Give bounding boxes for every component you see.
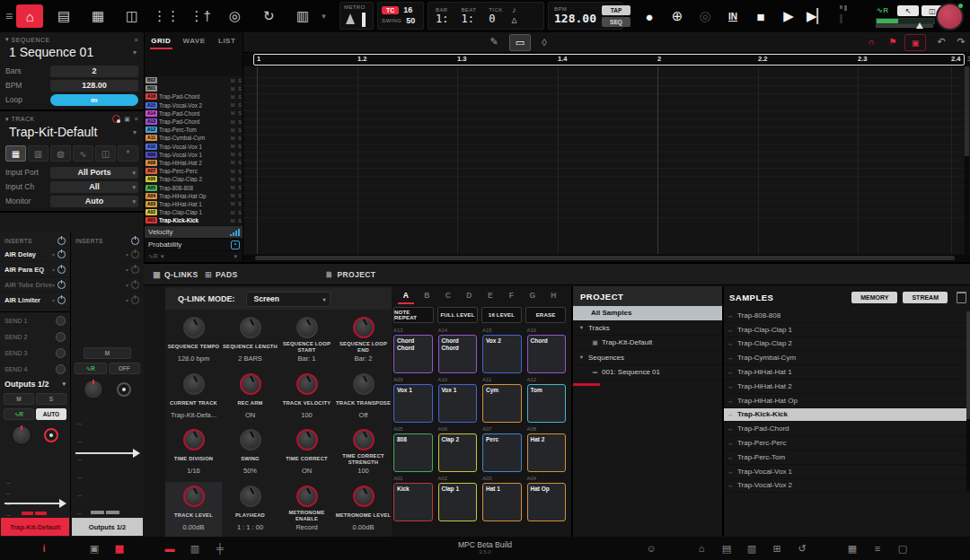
marquee-tool-icon[interactable]: ▭ [509,34,531,51]
track-row[interactable]: A16 Trap-Pad-Chord M S [145,92,243,101]
insert-slot[interactable]: AIR Para EQ ▾ [0,262,70,277]
track-row[interactable]: A11 Trap-Cymbal-Cym M S [145,134,243,142]
track-menu-icon[interactable]: ≡ [134,116,138,122]
trash-icon[interactable] [957,292,966,303]
qlink-knob[interactable] [296,429,318,451]
qlink-knob-cell[interactable]: TIME CORRECT ON [278,425,335,482]
track-row[interactable]: A09 Trap-Vocal-Vox 1 M S [145,151,243,159]
row-mute-button[interactable]: M [229,110,236,116]
sample-row[interactable]: ↔ Trap-Perc-Tom [724,451,970,465]
cycle-icon[interactable]: ↻ [255,4,282,28]
insert-slot[interactable]: AIR Delay ▾ [0,247,70,262]
keygroup-track-icon[interactable]: ▥ [28,145,48,162]
tempo-source-button[interactable]: SEQ [602,17,630,27]
drum-pad[interactable]: A15 Vox 2 [482,328,522,377]
sample-row[interactable]: ↔ Trap-Clap-Clap 2 [724,337,970,352]
drum-pad[interactable]: A02 Clap 1 [438,476,478,525]
input-ch-select[interactable]: All▾ [50,181,138,193]
drum-pad[interactable]: A04 Hat Op [527,476,567,525]
qlink-knob-cell[interactable]: TRACK VELOCITY 100 [278,370,335,426]
qlink-knob-cell[interactable]: TIME DIVISION 1/16 [165,425,222,482]
qlink-knob-cell[interactable]: REC ARM ON [222,370,278,426]
tc-button[interactable]: TC [382,6,399,14]
pad-mode-button[interactable]: ERASE [525,307,566,323]
pad-grid-icon[interactable]: ▦ [84,4,111,28]
row-mute-button[interactable]: M [229,152,236,157]
row-mute-button[interactable]: M [229,169,236,174]
qlink-knob-cell[interactable]: TIME CORRECT STRENGTH 100 [335,425,392,482]
punch-in-button[interactable]: IN [723,12,743,22]
qlink-mode-select[interactable]: Screen▾ [246,292,331,307]
row-mute-button[interactable]: M [229,144,236,149]
region-icon[interactable]: ▣ [904,34,926,51]
empty-insert-slot[interactable]: ▾ [71,293,144,308]
row-mute-button[interactable]: M [229,94,236,100]
image-icon[interactable]: ⊞ [771,543,783,555]
qlink-knob-cell[interactable]: TRACK TRANSPOSE Off [335,370,392,426]
drum-pad[interactable]: A05 808 [393,426,433,476]
velocity-lane[interactable]: Velocity [145,226,243,239]
track-name[interactable]: Trap-Kit-Default [9,125,97,139]
output-automation-button[interactable]: ∿R [75,363,107,374]
sample-row[interactable]: ↔ Trap-Perc-Perc [724,436,970,451]
drum-pad[interactable]: A03 Hat 1 [482,476,522,525]
grid-vertical-scrollbar[interactable] [965,66,969,254]
automation-button[interactable]: ∿R [4,408,34,420]
list-view-icon[interactable]: ≡ [871,543,884,554]
probability-lane[interactable]: Probability [145,239,243,251]
row-mute-button[interactable]: M [229,136,236,141]
lane-collapse-icon[interactable]: ▾ [234,253,237,260]
row-mute-button[interactable]: M [229,102,236,108]
qlink-knob[interactable] [296,317,318,338]
row-mute-button[interactable]: M [229,78,236,83]
empty-insert-slot[interactable]: ▾ [71,262,144,277]
pencil-tool-icon[interactable]: ✎ [484,34,504,49]
insert-power-icon[interactable] [131,281,139,289]
qlink-knob[interactable] [240,317,261,338]
audio-track-icon[interactable]: ∿ [73,145,93,162]
project-tree-item[interactable]: ▾ Tracks [573,321,722,337]
insert-power-icon[interactable] [131,250,139,258]
track-row[interactable]: A10 Trap-Vocal-Vox 1 M S [145,143,243,151]
qlink-knob-cell[interactable]: SEQUENCE LOOP END Bar: 2 [335,313,392,370]
marker-icon[interactable]: ⚑ [883,34,903,49]
send-slot[interactable]: SEND 1 [0,312,70,328]
cursor-mode-button[interactable]: ↖ [897,5,919,16]
project-scroll-indicator[interactable] [573,383,600,386]
qlink-knob-cell[interactable]: SEQUENCE LOOP START Bar: 1 [278,313,335,370]
track-row[interactable]: A08 Trap-HiHat-Hat 2 M S [145,159,243,167]
samples-scrollbar[interactable] [966,311,970,491]
bpm-tile[interactable]: BPM 128.00 TAP SEQ [548,2,623,30]
project-tree-item[interactable]: All Samples [573,306,722,321]
send-knob[interactable] [56,348,66,358]
qlink-knob[interactable] [183,429,205,451]
sample-row[interactable]: ↔ Trap-HiHat-Hat 1 [724,365,970,380]
drum-track-icon[interactable]: ▦ [5,145,26,162]
insert-slot[interactable]: AIR Tube Drive ▾ [0,277,70,293]
disc-icon[interactable]: ◎ [221,4,248,28]
send-slot[interactable]: SEND 3 [0,345,70,361]
insert-slot[interactable]: AIR Limiter ▾ [0,293,70,308]
qlink-knob-cell[interactable]: METRONOME ENABLE Record [278,482,335,538]
pan-knob[interactable] [12,425,31,445]
sequence-name[interactable]: 1 Sequence 01 [9,45,93,59]
timeline-ruler[interactable]: 11.21.31.422.22.32.4 3 [243,54,970,66]
row-mute-button[interactable]: M [229,210,236,215]
tablet-icon[interactable]: ▢ [896,543,909,555]
qlink-knob[interactable] [183,486,205,507]
sample-row[interactable]: ↔ Trap-Kick-Kick [724,408,970,423]
track-strip-label[interactable]: Trap-Kit-Default [1,518,69,536]
sample-row[interactable]: ↔ Trap-Cymbal-Cym [724,351,970,365]
drum-pad[interactable]: A11 Cym [482,377,522,426]
editor-tab[interactable]: GRID [145,32,178,50]
collapse-chevron-icon[interactable]: ▾ [5,116,9,123]
output-mute-button[interactable]: M [84,347,131,359]
row-mute-button[interactable]: M [229,218,236,223]
history-icon[interactable]: ↺ [796,543,808,555]
qlink-knob[interactable] [353,373,375,395]
track-row[interactable]: A03 Trap-HiHat-Hat 1 M S [145,200,243,208]
qlink-knob[interactable] [240,373,261,395]
qlink-knob-cell[interactable]: METRONOME LEVEL 0.00dB [335,482,392,538]
track-row[interactable]: A05 Trap-808-808 M S [145,183,243,191]
output-select[interactable]: Outputs 1/2 ▾ [0,377,70,391]
